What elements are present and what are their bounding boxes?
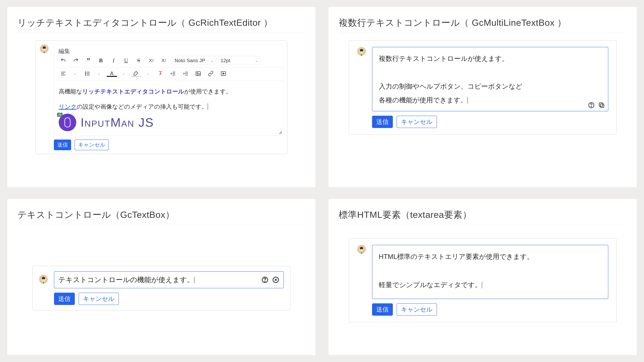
textarea[interactable]: HTML標準のテキストエリア要素が使用できます。 軽量でシンプルなエディタです。: [372, 245, 608, 299]
logo-text: InputMan JS: [81, 115, 154, 130]
chevron-down-icon: ⌄: [210, 58, 214, 63]
editor-body[interactable]: 高機能なリッチテキストエディタコントロールが使用できます。 リンクの設定や画像な…: [54, 81, 283, 135]
caret-icon: [194, 277, 194, 283]
clear-icon[interactable]: [272, 276, 280, 284]
media-icon[interactable]: [217, 69, 230, 78]
card-title: 複数行テキストコントロール（ GcMultiLineTextBox ）: [339, 16, 626, 29]
svg-marker-19: [223, 73, 224, 74]
text-color-icon[interactable]: A: [106, 69, 118, 78]
caret-icon: [482, 282, 482, 288]
comment-container: HTML標準のテキストエリア要素が使用できます。 軽量でシンプルなエディタです。…: [349, 238, 617, 322]
content-line: リンクの設定や画像などのメディアの挿入も可能です。: [59, 101, 278, 112]
action-row: 送信 キャンセル: [372, 303, 608, 316]
text-line: 各種の機能が使用できます。: [379, 93, 602, 107]
list-icon[interactable]: [81, 69, 94, 78]
italic-icon[interactable]: I: [107, 56, 120, 65]
card-multiline: 複数行テキストコントロール（ GcMultiLineTextBox ） 複数行テ…: [328, 7, 637, 187]
font-family-select[interactable]: Noto Sans JP⌄: [172, 56, 216, 65]
cancel-button[interactable]: キャンセル: [75, 140, 109, 150]
comment-container: 編集 ” B I U S X2 X2 Noto Sans JP⌄: [36, 40, 287, 154]
blockquote-icon[interactable]: ”: [82, 56, 95, 65]
content-line: 高機能なリッチテキストエディタコントロールが使用できます。: [59, 86, 278, 97]
text-line: HTML標準のテキストエリア要素が使用できます。: [379, 250, 602, 264]
highlight-icon[interactable]: [130, 69, 142, 78]
help-icon[interactable]: [261, 276, 268, 284]
card-textbox: テキストコントロール（GcTextBox） テキストコントロールの機能が使えます…: [7, 199, 316, 356]
resize-grip-icon[interactable]: ◢: [278, 129, 282, 134]
indent-icon[interactable]: [179, 69, 192, 78]
svg-rect-16: [196, 72, 200, 76]
text-input[interactable]: テキストコントロールの機能が使えます。: [54, 271, 284, 288]
text-line: 軽量でシンプルなエディタです。: [379, 278, 602, 292]
underline-icon[interactable]: U: [120, 56, 132, 65]
text-color-caret-icon[interactable]: ⌄: [117, 69, 130, 78]
subscript-icon[interactable]: X2: [158, 56, 170, 65]
list-caret-icon[interactable]: ⌄: [93, 69, 106, 78]
svg-point-3: [85, 72, 86, 72]
input-value: テキストコントロールの機能が使えます。: [58, 275, 261, 285]
card-richtexteditor: リッチテキストエディタコントロール（ GcRichTextEditor ） 編集…: [7, 7, 316, 187]
superscript-icon[interactable]: X2: [145, 56, 158, 65]
font-family-value: Noto Sans JP: [175, 58, 205, 63]
separator: [339, 225, 626, 225]
toolbar-row-1: ” B I U S X2 X2 Noto Sans JP⌄ 12pt⌄: [54, 56, 283, 67]
bold-text: リッチテキストエディタコントロール: [82, 88, 184, 95]
svg-point-5: [85, 75, 86, 75]
text-line: 入力の制御やヘルプボタン、コピーボタンなど: [379, 79, 602, 93]
image-icon[interactable]: [192, 69, 204, 78]
help-icon[interactable]: [588, 102, 595, 109]
svg-point-4: [85, 73, 86, 74]
cancel-button[interactable]: キャンセル: [78, 293, 119, 305]
clear-format-icon[interactable]: [154, 69, 167, 78]
comment-container: テキストコントロールの機能が使えます。 送信 キャンセル: [32, 266, 290, 310]
action-row: 送信 キャンセル: [54, 140, 283, 150]
link-icon[interactable]: [204, 69, 217, 78]
text-line: 複数行テキストコントロールが使えます。: [379, 52, 602, 65]
highlight-caret-icon[interactable]: ⌄: [142, 69, 154, 78]
link-text[interactable]: リンク: [59, 103, 77, 110]
bold-icon[interactable]: B: [95, 56, 107, 65]
send-button[interactable]: 送信: [372, 116, 393, 128]
card-title: リッチテキストエディタコントロール（ GcRichTextEditor ）: [18, 16, 305, 29]
undo-icon[interactable]: [57, 56, 70, 65]
strikethrough-icon[interactable]: S: [132, 56, 145, 65]
send-button[interactable]: 送信: [54, 293, 75, 305]
svg-point-17: [197, 72, 198, 73]
svg-rect-22: [600, 104, 604, 107]
font-size-value: 12pt: [221, 58, 230, 63]
caret-icon: [468, 97, 468, 104]
avatar: [357, 245, 366, 254]
cancel-button[interactable]: キャンセル: [397, 303, 437, 316]
logo-row: InputMan JS: [59, 114, 278, 131]
cancel-button[interactable]: キャンセル: [397, 116, 437, 128]
action-row: 送信 キャンセル: [372, 116, 608, 128]
send-button[interactable]: 送信: [54, 140, 71, 150]
action-row: 送信 キャンセル: [54, 293, 284, 305]
redo-icon[interactable]: [70, 56, 82, 65]
menu-edit[interactable]: 編集: [54, 44, 283, 56]
toolbar-row-2: ⌄ ⌄ A ⌄ ⌄: [54, 67, 283, 81]
text-line: [379, 65, 602, 79]
copy-icon[interactable]: [598, 102, 605, 109]
svg-rect-23: [599, 103, 603, 106]
align-icon[interactable]: [57, 69, 70, 78]
rich-editor[interactable]: 編集 ” B I U S X2 X2 Noto Sans JP⌄: [54, 44, 283, 135]
comment-container: 複数行テキストコントロールが使えます。 入力の制御やヘルプボタン、コピーボタンな…: [349, 40, 617, 135]
avatar: [39, 275, 48, 284]
avatar: [40, 44, 48, 53]
send-button[interactable]: 送信: [372, 303, 393, 316]
svg-point-21: [591, 106, 592, 107]
card-title: テキストコントロール（GcTextBox）: [18, 209, 305, 221]
svg-point-25: [265, 281, 265, 282]
text-line: [379, 264, 602, 278]
outdent-icon[interactable]: [167, 69, 179, 78]
card-title: 標準HTML要素（textarea要素）: [339, 209, 626, 221]
logo-badge-icon: [59, 114, 76, 131]
align-caret-icon[interactable]: ⌄: [69, 69, 81, 78]
chevron-down-icon: ⌄: [255, 58, 258, 63]
card-textarea: 標準HTML要素（textarea要素） HTML標準のテキストエリア要素が使用…: [328, 199, 637, 356]
separator: [18, 225, 305, 225]
caret-icon: [208, 103, 208, 110]
font-size-select[interactable]: 12pt⌄: [218, 56, 261, 65]
multiline-input[interactable]: 複数行テキストコントロールが使えます。 入力の制御やヘルプボタン、コピーボタンな…: [372, 47, 608, 111]
